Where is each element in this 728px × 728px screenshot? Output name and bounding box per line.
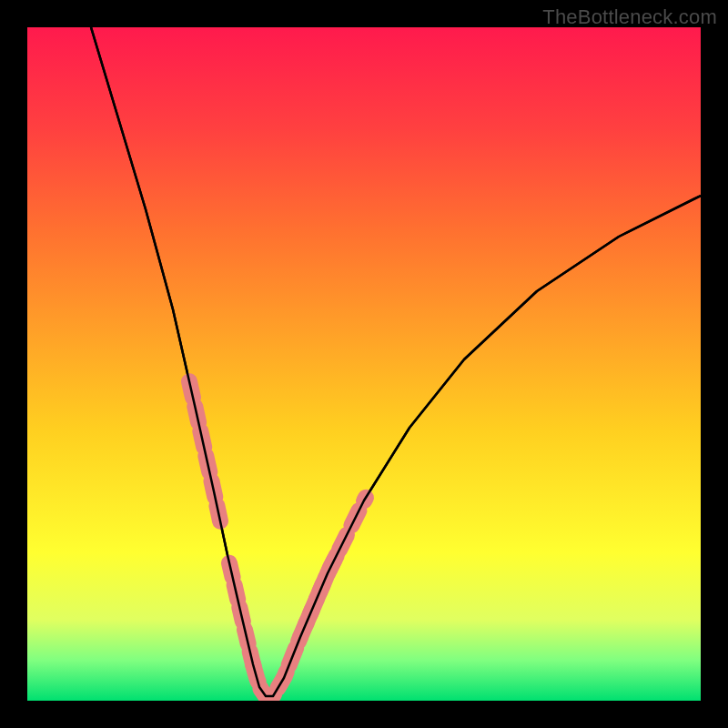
bottleneck-curve bbox=[91, 27, 701, 696]
watermark-text: TheBottleneck.com bbox=[542, 5, 717, 29]
chart-frame: TheBottleneck.com bbox=[0, 0, 728, 728]
plot-area bbox=[27, 27, 701, 701]
bottleneck-curve bbox=[91, 27, 701, 696]
chart-svg bbox=[27, 27, 701, 701]
